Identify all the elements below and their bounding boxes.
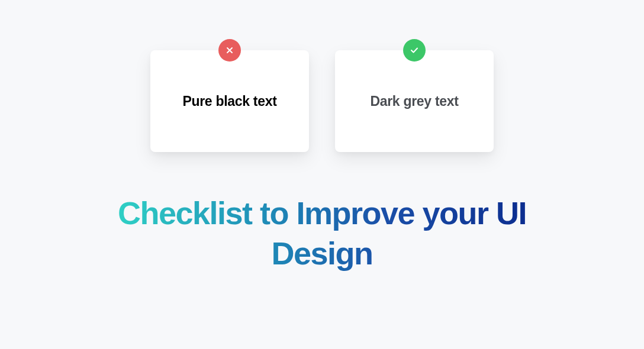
comparison-cards: Pure black text Dark grey text [150, 50, 494, 152]
bad-example-card: Pure black text [150, 50, 309, 152]
check-icon [403, 39, 426, 62]
good-example-text: Dark grey text [370, 93, 458, 109]
good-example-card: Dark grey text [335, 50, 494, 152]
page-headline: Checklist to Improve your UI Design [115, 193, 529, 273]
x-icon [218, 39, 241, 62]
bad-example-text: Pure black text [182, 93, 276, 109]
